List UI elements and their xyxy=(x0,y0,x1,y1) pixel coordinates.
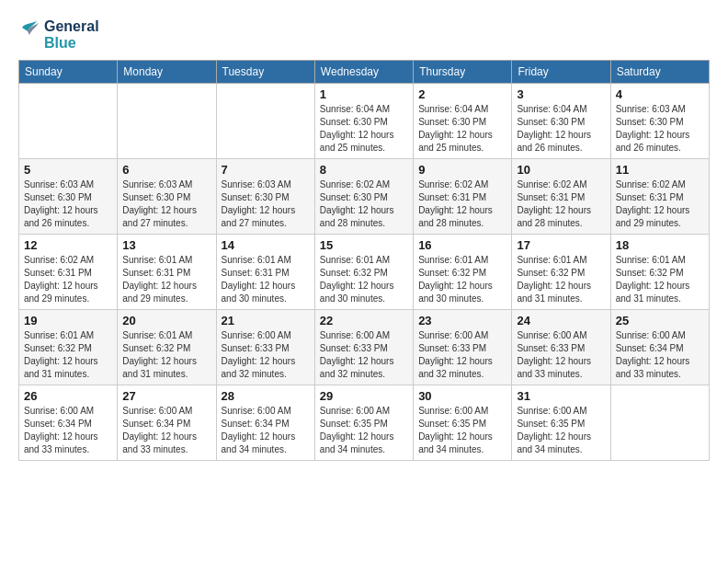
day-info: Sunrise: 6:02 AMSunset: 6:31 PMDaylight:… xyxy=(418,178,506,230)
day-number: 14 xyxy=(222,238,310,252)
day-info: Sunrise: 6:01 AMSunset: 6:32 PMDaylight:… xyxy=(320,254,408,305)
day-number: 31 xyxy=(517,389,605,403)
day-number: 9 xyxy=(418,163,506,177)
calendar-cell: 20Sunrise: 6:01 AMSunset: 6:32 PMDayligh… xyxy=(118,310,216,385)
day-info: Sunrise: 6:00 AMSunset: 6:33 PMDaylight:… xyxy=(222,329,310,381)
day-number: 1 xyxy=(320,87,408,101)
day-header-sunday: Sunday xyxy=(19,61,118,84)
calendar-cell: 13Sunrise: 6:01 AMSunset: 6:31 PMDayligh… xyxy=(118,235,216,310)
day-header-monday: Monday xyxy=(118,61,216,84)
day-number: 25 xyxy=(616,314,704,327)
calendar-cell: 3Sunrise: 6:04 AMSunset: 6:30 PMDaylight… xyxy=(512,84,610,159)
calendar-cell: 25Sunrise: 6:00 AMSunset: 6:34 PMDayligh… xyxy=(610,310,709,385)
day-info: Sunrise: 6:04 AMSunset: 6:30 PMDaylight:… xyxy=(320,103,408,155)
day-number: 2 xyxy=(418,87,506,101)
week-row-4: 19Sunrise: 6:01 AMSunset: 6:32 PMDayligh… xyxy=(19,310,710,385)
day-info: Sunrise: 6:02 AMSunset: 6:31 PMDaylight:… xyxy=(616,178,704,230)
calendar-cell: 19Sunrise: 6:01 AMSunset: 6:32 PMDayligh… xyxy=(19,310,118,385)
calendar-cell: 18Sunrise: 6:01 AMSunset: 6:32 PMDayligh… xyxy=(610,235,709,310)
logo-blue: Blue xyxy=(44,35,99,52)
week-row-1: 1Sunrise: 6:04 AMSunset: 6:30 PMDaylight… xyxy=(19,84,710,159)
day-number: 5 xyxy=(24,163,112,177)
day-info: Sunrise: 6:03 AMSunset: 6:30 PMDaylight:… xyxy=(616,103,704,155)
day-number: 29 xyxy=(320,389,408,403)
day-info: Sunrise: 6:00 AMSunset: 6:35 PMDaylight:… xyxy=(320,405,408,456)
week-row-3: 12Sunrise: 6:02 AMSunset: 6:31 PMDayligh… xyxy=(19,235,710,310)
day-info: Sunrise: 6:02 AMSunset: 6:31 PMDaylight:… xyxy=(517,178,605,230)
calendar-cell: 31Sunrise: 6:00 AMSunset: 6:35 PMDayligh… xyxy=(512,385,610,461)
day-number: 26 xyxy=(24,389,112,403)
day-number: 18 xyxy=(616,238,704,252)
week-row-5: 26Sunrise: 6:00 AMSunset: 6:34 PMDayligh… xyxy=(19,385,710,461)
day-header-tuesday: Tuesday xyxy=(216,61,314,84)
calendar-cell: 2Sunrise: 6:04 AMSunset: 6:30 PMDaylight… xyxy=(414,84,512,159)
day-info: Sunrise: 6:01 AMSunset: 6:32 PMDaylight:… xyxy=(616,254,704,305)
day-info: Sunrise: 6:03 AMSunset: 6:30 PMDaylight:… xyxy=(122,178,210,230)
day-info: Sunrise: 6:01 AMSunset: 6:32 PMDaylight:… xyxy=(122,329,210,381)
day-header-friday: Friday xyxy=(512,61,610,84)
calendar-cell xyxy=(610,385,709,461)
calendar-cell: 8Sunrise: 6:02 AMSunset: 6:30 PMDaylight… xyxy=(314,159,413,235)
day-info: Sunrise: 6:00 AMSunset: 6:34 PMDaylight:… xyxy=(222,405,310,456)
page-header: General Blue xyxy=(18,18,710,51)
day-header-thursday: Thursday xyxy=(414,61,512,84)
logo-bird-icon xyxy=(18,18,40,44)
day-info: Sunrise: 6:01 AMSunset: 6:32 PMDaylight:… xyxy=(24,329,112,381)
calendar-cell: 30Sunrise: 6:00 AMSunset: 6:35 PMDayligh… xyxy=(414,385,512,461)
day-number: 4 xyxy=(616,87,704,101)
day-info: Sunrise: 6:01 AMSunset: 6:32 PMDaylight:… xyxy=(517,254,605,305)
calendar-cell: 10Sunrise: 6:02 AMSunset: 6:31 PMDayligh… xyxy=(512,159,610,235)
calendar-cell: 23Sunrise: 6:00 AMSunset: 6:33 PMDayligh… xyxy=(414,310,512,385)
day-info: Sunrise: 6:00 AMSunset: 6:34 PMDaylight:… xyxy=(122,405,210,456)
day-number: 6 xyxy=(122,163,210,177)
calendar-cell: 28Sunrise: 6:00 AMSunset: 6:34 PMDayligh… xyxy=(216,385,314,461)
day-info: Sunrise: 6:00 AMSunset: 6:34 PMDaylight:… xyxy=(616,329,704,381)
day-info: Sunrise: 6:00 AMSunset: 6:35 PMDaylight:… xyxy=(517,405,605,456)
calendar-cell: 21Sunrise: 6:00 AMSunset: 6:33 PMDayligh… xyxy=(216,310,314,385)
calendar-cell xyxy=(19,84,118,159)
calendar-cell xyxy=(118,84,216,159)
calendar-cell: 5Sunrise: 6:03 AMSunset: 6:30 PMDaylight… xyxy=(19,159,118,235)
calendar-cell: 14Sunrise: 6:01 AMSunset: 6:31 PMDayligh… xyxy=(216,235,314,310)
day-info: Sunrise: 6:00 AMSunset: 6:34 PMDaylight:… xyxy=(24,405,112,456)
calendar-body: 1Sunrise: 6:04 AMSunset: 6:30 PMDaylight… xyxy=(19,84,710,461)
logo: General Blue xyxy=(18,18,99,51)
day-number: 24 xyxy=(517,314,605,327)
day-number: 27 xyxy=(122,389,210,403)
day-number: 10 xyxy=(517,163,605,177)
day-info: Sunrise: 6:01 AMSunset: 6:31 PMDaylight:… xyxy=(222,254,310,305)
day-info: Sunrise: 6:02 AMSunset: 6:31 PMDaylight:… xyxy=(24,254,112,305)
calendar-cell xyxy=(216,84,314,159)
calendar-cell: 6Sunrise: 6:03 AMSunset: 6:30 PMDaylight… xyxy=(118,159,216,235)
calendar-cell: 24Sunrise: 6:00 AMSunset: 6:33 PMDayligh… xyxy=(512,310,610,385)
day-info: Sunrise: 6:00 AMSunset: 6:33 PMDaylight:… xyxy=(418,329,506,381)
day-number: 20 xyxy=(122,314,210,327)
day-info: Sunrise: 6:04 AMSunset: 6:30 PMDaylight:… xyxy=(418,103,506,155)
calendar-table: SundayMondayTuesdayWednesdayThursdayFrid… xyxy=(18,60,710,461)
day-number: 21 xyxy=(222,314,310,327)
calendar-header: SundayMondayTuesdayWednesdayThursdayFrid… xyxy=(19,61,710,84)
logo-general: General xyxy=(44,18,99,35)
day-number: 19 xyxy=(24,314,112,327)
day-number: 12 xyxy=(24,238,112,252)
day-info: Sunrise: 6:04 AMSunset: 6:30 PMDaylight:… xyxy=(517,103,605,155)
day-info: Sunrise: 6:01 AMSunset: 6:31 PMDaylight:… xyxy=(122,254,210,305)
day-info: Sunrise: 6:00 AMSunset: 6:35 PMDaylight:… xyxy=(418,405,506,456)
day-number: 30 xyxy=(418,389,506,403)
calendar-cell: 29Sunrise: 6:00 AMSunset: 6:35 PMDayligh… xyxy=(314,385,413,461)
day-header-saturday: Saturday xyxy=(610,61,709,84)
calendar-cell: 9Sunrise: 6:02 AMSunset: 6:31 PMDaylight… xyxy=(414,159,512,235)
calendar-cell: 4Sunrise: 6:03 AMSunset: 6:30 PMDaylight… xyxy=(610,84,709,159)
day-number: 17 xyxy=(517,238,605,252)
day-number: 28 xyxy=(222,389,310,403)
day-info: Sunrise: 6:03 AMSunset: 6:30 PMDaylight:… xyxy=(222,178,310,230)
day-number: 7 xyxy=(222,163,310,177)
day-info: Sunrise: 6:01 AMSunset: 6:32 PMDaylight:… xyxy=(418,254,506,305)
calendar-cell: 26Sunrise: 6:00 AMSunset: 6:34 PMDayligh… xyxy=(19,385,118,461)
day-number: 23 xyxy=(418,314,506,327)
day-info: Sunrise: 6:02 AMSunset: 6:30 PMDaylight:… xyxy=(320,178,408,230)
day-info: Sunrise: 6:03 AMSunset: 6:30 PMDaylight:… xyxy=(24,178,112,230)
day-info: Sunrise: 6:00 AMSunset: 6:33 PMDaylight:… xyxy=(517,329,605,381)
calendar-cell: 7Sunrise: 6:03 AMSunset: 6:30 PMDaylight… xyxy=(216,159,314,235)
calendar-cell: 1Sunrise: 6:04 AMSunset: 6:30 PMDaylight… xyxy=(314,84,413,159)
